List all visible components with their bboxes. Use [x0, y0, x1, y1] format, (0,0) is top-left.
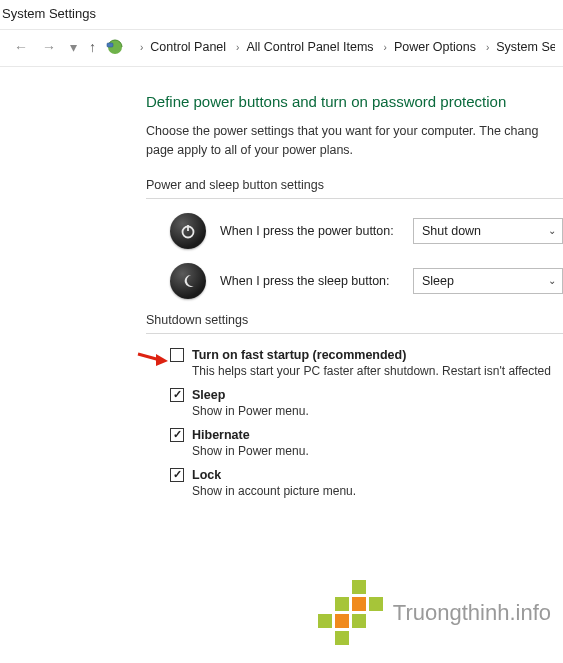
divider [146, 198, 563, 199]
power-button-dropdown[interactable]: Shut down ⌄ [413, 218, 563, 244]
main-content: Define power buttons and turn on passwor… [0, 67, 563, 498]
chevron-down-icon: ⌄ [548, 275, 556, 286]
divider [146, 333, 563, 334]
page-heading: Define power buttons and turn on passwor… [146, 93, 563, 110]
dropdown-value: Shut down [422, 224, 481, 238]
section-power-sleep-label: Power and sleep button settings [146, 178, 563, 192]
checkbox-input[interactable] [170, 428, 184, 442]
sleep-icon [170, 263, 206, 299]
window-title: System Settings [0, 0, 563, 30]
nav-back-icon[interactable]: ← [12, 39, 30, 55]
breadcrumb: › Control Panel › All Control Panel Item… [134, 40, 555, 54]
nav-forward-icon[interactable]: → [40, 39, 58, 55]
checkbox-description: Show in account picture menu. [192, 484, 563, 498]
checkbox-input[interactable] [170, 348, 184, 362]
checkbox-label: Sleep [192, 388, 225, 402]
checkbox-description: Show in Power menu. [192, 444, 563, 458]
breadcrumb-item[interactable]: All Control Panel Items [246, 40, 373, 54]
checkbox-fast-startup: Turn on fast startup (recommended) This … [170, 348, 563, 378]
power-button-label: When I press the power button: [220, 224, 399, 238]
sleep-button-label: When I press the sleep button: [220, 274, 399, 288]
power-button-row: When I press the power button: Shut down… [170, 213, 563, 249]
svg-rect-1 [107, 43, 113, 47]
checkbox-input[interactable] [170, 388, 184, 402]
section-shutdown-label: Shutdown settings [146, 313, 563, 327]
checkbox-sleep: Sleep Show in Power menu. [170, 388, 563, 418]
breadcrumb-item[interactable]: Power Options [394, 40, 476, 54]
svg-line-4 [138, 354, 160, 360]
highlight-arrow-icon [136, 350, 168, 368]
chevron-right-icon: › [236, 42, 239, 53]
checkbox-input[interactable] [170, 468, 184, 482]
breadcrumb-item[interactable]: Control Panel [150, 40, 226, 54]
watermark-logo-icon [318, 580, 383, 645]
checkbox-label: Turn on fast startup (recommended) [192, 348, 406, 362]
sleep-button-row: When I press the sleep button: Sleep ⌄ [170, 263, 563, 299]
nav-up-icon[interactable]: ↑ [89, 39, 96, 55]
checkbox-label: Lock [192, 468, 221, 482]
svg-marker-5 [156, 354, 168, 366]
checkbox-hibernate: Hibernate Show in Power menu. [170, 428, 563, 458]
nav-recent-icon[interactable]: ▾ [68, 39, 79, 55]
checkbox-description: This helps start your PC faster after sh… [192, 364, 563, 378]
power-icon [170, 213, 206, 249]
watermark-text: Truongthinh.info [393, 600, 551, 626]
breadcrumb-item[interactable]: System Settin [496, 40, 555, 54]
checkbox-description: Show in Power menu. [192, 404, 563, 418]
page-description: Choose the power settings that you want … [146, 122, 563, 160]
dropdown-value: Sleep [422, 274, 454, 288]
control-panel-icon [106, 38, 124, 56]
checkbox-lock: Lock Show in account picture menu. [170, 468, 563, 498]
checkbox-label: Hibernate [192, 428, 250, 442]
chevron-right-icon: › [140, 42, 143, 53]
watermark: Truongthinh.info [318, 580, 551, 645]
chevron-down-icon: ⌄ [548, 225, 556, 236]
chevron-right-icon: › [486, 42, 489, 53]
chevron-right-icon: › [384, 42, 387, 53]
sleep-button-dropdown[interactable]: Sleep ⌄ [413, 268, 563, 294]
nav-bar: ← → ▾ ↑ › Control Panel › All Control Pa… [0, 30, 563, 67]
